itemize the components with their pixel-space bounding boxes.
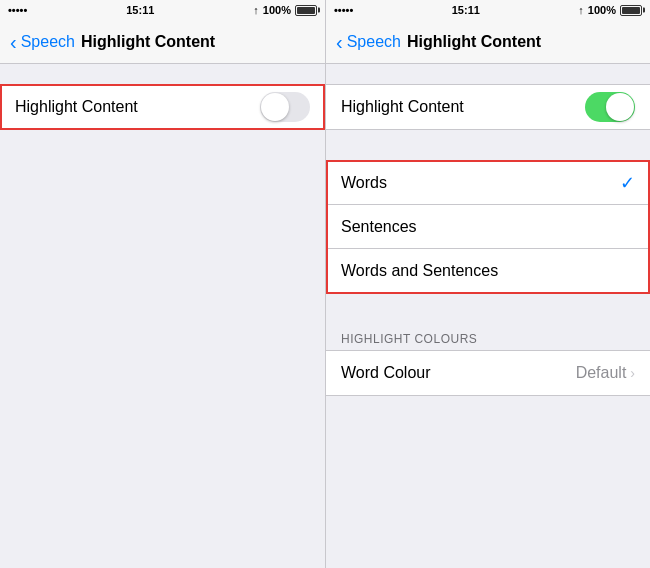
option-words-sentences-row[interactable]: Words and Sentences <box>326 249 650 293</box>
highlight-content-group-right: Highlight Content <box>326 84 650 130</box>
back-label-right: Speech <box>347 33 401 51</box>
location-icon-right: ↑ <box>578 4 584 16</box>
location-icon-left: ↑ <box>253 4 259 16</box>
highlight-content-label-left: Highlight Content <box>15 98 138 116</box>
toggle-knob-left <box>261 93 289 121</box>
signal-dots-left: ••••• <box>8 4 27 16</box>
status-right-left: ↑ 100% <box>253 4 317 16</box>
option-words-label: Words <box>341 174 387 192</box>
option-words-sentences-label: Words and Sentences <box>341 262 498 280</box>
signal-left: ••••• <box>8 4 27 16</box>
time-right: 15:11 <box>452 4 480 16</box>
settings-content-right: Highlight Content Words ✓ Sentences Word… <box>326 64 650 568</box>
signal-right: ••••• <box>334 4 353 16</box>
word-colour-row[interactable]: Word Colour Default › <box>326 351 650 395</box>
back-button-right[interactable]: ‹ Speech <box>336 32 401 52</box>
battery-pct-left: 100% <box>263 4 291 16</box>
left-panel: ••••• 15:11 ↑ 100% ‹ Speech Highlight Co… <box>0 0 325 568</box>
signal-dots-right: ••••• <box>334 4 353 16</box>
highlight-colours-group: Word Colour Default › <box>326 350 650 396</box>
nav-bar-left: ‹ Speech Highlight Content <box>0 20 325 64</box>
word-colour-chevron: › <box>630 365 635 381</box>
word-colour-default-text: Default <box>576 364 627 382</box>
highlight-content-row-right: Highlight Content <box>326 85 650 129</box>
battery-pct-right: 100% <box>588 4 616 16</box>
nav-title-left: Highlight Content <box>81 33 215 51</box>
highlight-colours-header: HIGHLIGHT COLOURS <box>326 324 650 350</box>
highlight-content-group-left: Highlight Content <box>0 84 325 130</box>
back-label-left: Speech <box>21 33 75 51</box>
status-right-right: ↑ 100% <box>578 4 642 16</box>
status-bar-right: ••••• 15:11 ↑ 100% <box>326 0 650 20</box>
toggle-knob-right <box>606 93 634 121</box>
back-button-left[interactable]: ‹ Speech <box>10 32 75 52</box>
option-sentences-label: Sentences <box>341 218 417 236</box>
word-colour-label: Word Colour <box>341 364 431 382</box>
nav-bar-right: ‹ Speech Highlight Content <box>326 20 650 64</box>
settings-content-left: Highlight Content <box>0 64 325 568</box>
highlight-content-row-left: Highlight Content <box>0 85 325 129</box>
words-checkmark: ✓ <box>620 172 635 194</box>
highlight-content-label-right: Highlight Content <box>341 98 464 116</box>
option-sentences-row[interactable]: Sentences <box>326 205 650 249</box>
options-group: Words ✓ Sentences Words and Sentences <box>326 160 650 294</box>
right-panel: ••••• 15:11 ↑ 100% ‹ Speech Highlight Co… <box>325 0 650 568</box>
battery-icon-left <box>295 5 317 16</box>
word-colour-value: Default › <box>576 364 635 382</box>
nav-title-right: Highlight Content <box>407 33 541 51</box>
highlight-toggle-left[interactable] <box>260 92 310 122</box>
battery-icon-right <box>620 5 642 16</box>
back-chevron-left: ‹ <box>10 32 17 52</box>
time-left: 15:11 <box>126 4 154 16</box>
option-words-row[interactable]: Words ✓ <box>326 161 650 205</box>
highlight-toggle-right[interactable] <box>585 92 635 122</box>
back-chevron-right: ‹ <box>336 32 343 52</box>
status-bar-left: ••••• 15:11 ↑ 100% <box>0 0 325 20</box>
